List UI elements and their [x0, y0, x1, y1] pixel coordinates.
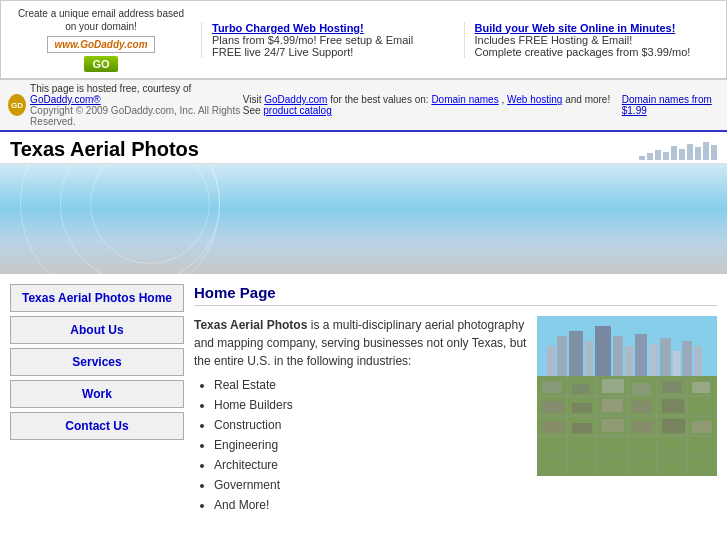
list-item: Engineering	[214, 436, 527, 454]
top-banner: Create a unique email address based on y…	[0, 0, 727, 79]
city-photo-svg	[537, 316, 717, 476]
svg-rect-24	[542, 381, 562, 393]
svg-rect-40	[692, 421, 712, 433]
list-item: Architecture	[214, 456, 527, 474]
svg-rect-29	[692, 382, 710, 393]
list-item: Real Estate	[214, 376, 527, 394]
svg-rect-32	[602, 399, 623, 412]
chart-bar	[679, 149, 685, 160]
main-content: Texas Aerial Photos Home About Us Servic…	[0, 274, 727, 526]
svg-rect-9	[649, 344, 658, 376]
svg-rect-12	[682, 341, 692, 376]
chart-icon	[639, 140, 717, 160]
header-image	[0, 164, 727, 274]
svg-rect-35	[542, 421, 565, 433]
svg-rect-3	[569, 331, 583, 376]
svg-rect-10	[660, 338, 671, 376]
svg-rect-6	[613, 336, 623, 376]
hosted-text: This page is hosted free, courtesy of Go…	[30, 83, 243, 127]
svg-rect-26	[602, 379, 624, 393]
banner-right-line1: Includes FREE Hosting & Email!	[475, 34, 717, 46]
page-title: Texas Aerial Photos	[10, 138, 199, 161]
list-item: Government	[214, 476, 527, 494]
chart-bar	[671, 146, 677, 160]
banner-middle-line1: Plans from $4.99/mo! Free setup & Email	[212, 34, 454, 46]
go-button[interactable]: GO	[84, 56, 117, 72]
svg-rect-13	[694, 346, 702, 376]
godaddy-logo-box: www.GoDaddy.com	[47, 36, 154, 53]
list-item: Construction	[214, 416, 527, 434]
svg-rect-36	[572, 423, 592, 433]
svg-rect-33	[632, 401, 652, 413]
godaddy-visit-link[interactable]: GoDaddy.com	[264, 94, 327, 105]
banner-middle-line2: FREE live 24/7 Live Support!	[212, 46, 454, 58]
banner-middle: Turbo Charged Web Hosting! Plans from $4…	[201, 22, 454, 58]
list-item: And More!	[214, 496, 527, 514]
chart-bar	[655, 150, 661, 160]
chart-bar	[687, 144, 693, 160]
hosted-bar-center: Visit GoDaddy.com for the best values on…	[243, 94, 622, 116]
chart-bar	[695, 147, 701, 160]
banner-middle-title[interactable]: Turbo Charged Web Hosting!	[212, 22, 364, 34]
sidebar-item-about[interactable]: About Us	[10, 316, 184, 344]
visit-suffix: for the best values on:	[330, 94, 428, 105]
svg-rect-7	[625, 346, 633, 376]
hosted-bar-right: Domain names from $1.99	[622, 94, 719, 116]
chart-bar	[703, 142, 709, 160]
svg-rect-31	[572, 403, 592, 413]
chart-bar	[711, 145, 717, 160]
svg-rect-4	[585, 341, 593, 376]
hosted-left-text: This page is hosted free, courtesy of	[30, 83, 191, 94]
content-heading: Home Page	[194, 284, 717, 306]
chart-bar	[639, 156, 645, 160]
svg-rect-38	[632, 421, 653, 433]
banner-left: Create a unique email address based on y…	[11, 7, 191, 72]
sidebar-item-services[interactable]: Services	[10, 348, 184, 376]
content-text: Texas Aerial Photos is a multi-disciplin…	[194, 316, 527, 516]
page-title-bar: Texas Aerial Photos	[0, 132, 727, 164]
sidebar-item-contact[interactable]: Contact Us	[10, 412, 184, 440]
content-area: Home Page Texas Aerial Photos is a multi…	[194, 284, 717, 516]
industry-list: Real Estate Home Builders Construction E…	[214, 376, 527, 514]
city-aerial-photo	[537, 316, 717, 476]
svg-rect-2	[557, 336, 567, 376]
chart-bar	[647, 153, 653, 160]
banner-right-line2: Complete creative packages from $3.99/mo…	[475, 46, 717, 58]
banner-left-text: Create a unique email address based on y…	[11, 7, 191, 33]
svg-rect-37	[602, 419, 624, 432]
intro-paragraph: Texas Aerial Photos is a multi-disciplin…	[194, 316, 527, 370]
product-catalog-link[interactable]: product catalog	[263, 105, 331, 116]
domain-names-link[interactable]: Domain names	[431, 94, 498, 105]
svg-rect-8	[635, 334, 647, 376]
hosted-bar: GD This page is hosted free, courtesy of…	[0, 79, 727, 132]
svg-rect-27	[632, 383, 651, 394]
svg-rect-1	[547, 346, 555, 376]
banner-right: Build your Web site Online in Minutes! I…	[464, 22, 717, 58]
copyright-text: Copyright © 2009 GoDaddy.com, Inc. All R…	[30, 105, 243, 127]
sidebar-item-home[interactable]: Texas Aerial Photos Home	[10, 284, 184, 312]
content-body: Texas Aerial Photos is a multi-disciplin…	[194, 316, 717, 516]
visit-text: Visit	[243, 94, 262, 105]
list-item: Home Builders	[214, 396, 527, 414]
svg-rect-30	[542, 401, 564, 413]
company-name: Texas Aerial Photos	[194, 318, 307, 332]
sidebar-item-work[interactable]: Work	[10, 380, 184, 408]
godaddy-icon: GD	[8, 94, 26, 116]
svg-rect-39	[662, 419, 685, 433]
godaddy-url: www.GoDaddy.com	[54, 39, 147, 50]
svg-rect-34	[662, 399, 684, 413]
domain-names-price-link[interactable]: Domain names from $1.99	[622, 94, 712, 116]
svg-rect-11	[673, 351, 680, 376]
banner-right-title[interactable]: Build your Web site Online in Minutes!	[475, 22, 676, 34]
godaddy-hosted-link[interactable]: GoDaddy.com®	[30, 94, 101, 105]
svg-rect-25	[572, 384, 590, 394]
svg-rect-5	[595, 326, 611, 376]
web-hosting-link[interactable]: Web hosting	[507, 94, 562, 105]
hosted-bar-left: GD This page is hosted free, courtesy of…	[8, 83, 243, 127]
sidebar: Texas Aerial Photos Home About Us Servic…	[10, 284, 184, 516]
svg-rect-28	[662, 381, 682, 393]
chart-bar	[663, 152, 669, 160]
